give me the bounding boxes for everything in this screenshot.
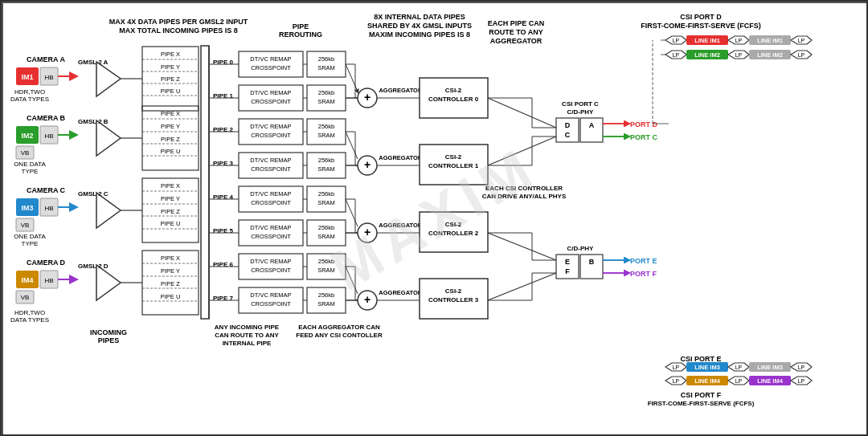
svg-text:PORT E: PORT E <box>630 257 657 265</box>
svg-text:PIPE 1: PIPE 1 <box>213 92 233 100</box>
svg-text:PIPE X: PIPE X <box>161 182 180 189</box>
svg-text:SRAM: SRAM <box>317 267 335 274</box>
svg-text:PIPE Y: PIPE Y <box>161 63 180 71</box>
svg-text:PIPE U: PIPE U <box>161 293 181 300</box>
svg-text:SRAM: SRAM <box>317 132 335 139</box>
svg-text:DT/VC REMAP: DT/VC REMAP <box>250 224 291 231</box>
svg-text:DT/VC REMAP: DT/VC REMAP <box>250 89 291 96</box>
svg-text:SRAM: SRAM <box>317 98 335 105</box>
svg-text:REROUTING: REROUTING <box>279 31 322 39</box>
svg-text:SRAM: SRAM <box>317 300 335 308</box>
svg-text:EACH PIPE CAN: EACH PIPE CAN <box>488 19 545 27</box>
diagram: MAX 4X DATA PIPES PER GMSL2 INPUT MAX TO… <box>2 2 868 436</box>
svg-text:CAMERA A: CAMERA A <box>27 55 65 63</box>
svg-text:LP: LP <box>735 52 743 58</box>
svg-text:EACH CSI CONTROLLER: EACH CSI CONTROLLER <box>485 185 563 192</box>
svg-text:LINE IM3: LINE IM3 <box>694 364 720 371</box>
svg-text:C: C <box>565 131 571 139</box>
svg-text:CSI PORT C: CSI PORT C <box>562 100 599 108</box>
svg-text:LP: LP <box>673 378 680 384</box>
svg-text:LP: LP <box>798 378 805 384</box>
svg-text:PIPE 7: PIPE 7 <box>213 295 233 302</box>
svg-text:FEED ANY CSI CONTOLLER: FEED ANY CSI CONTOLLER <box>296 332 383 339</box>
svg-text:ONE DATA: ONE DATA <box>14 233 46 240</box>
svg-text:PORT F: PORT F <box>630 270 657 278</box>
svg-text:ANY INCOMING PIPE: ANY INCOMING PIPE <box>215 324 280 331</box>
svg-text:HB: HB <box>44 74 53 81</box>
svg-text:LINE IM2: LINE IM2 <box>694 51 720 59</box>
svg-text:SHARED BY 4X GMSL INPUTS: SHARED BY 4X GMSL INPUTS <box>367 22 472 30</box>
svg-text:ONE DATA: ONE DATA <box>14 161 46 168</box>
svg-text:DT/VC REMAP: DT/VC REMAP <box>250 258 291 265</box>
svg-text:LP: LP <box>735 378 743 384</box>
svg-text:256kb: 256kb <box>318 190 334 198</box>
svg-text:CONTROLLER 1: CONTROLLER 1 <box>428 162 479 169</box>
svg-text:SRAM: SRAM <box>317 165 335 173</box>
svg-text:FIRST-COME-FIRST-SERVE (FCFS): FIRST-COME-FIRST-SERVE (FCFS) <box>648 400 755 407</box>
svg-text:PIPE Z: PIPE Z <box>161 208 180 215</box>
svg-text:PIPE X: PIPE X <box>161 110 180 117</box>
svg-text:E: E <box>565 258 570 266</box>
svg-text:GMSL 2 C: GMSL 2 C <box>78 190 108 198</box>
svg-text:PIPE Y: PIPE Y <box>161 267 180 275</box>
svg-text:CAMERA D: CAMERA D <box>27 259 66 267</box>
svg-text:GMSL 2 B: GMSL 2 B <box>78 118 108 125</box>
svg-text:D: D <box>565 121 571 129</box>
svg-text:VB: VB <box>21 294 30 301</box>
svg-text:LP: LP <box>673 52 680 58</box>
svg-text:CROSSPOINT: CROSSPOINT <box>251 300 291 308</box>
svg-text:PIPE 5: PIPE 5 <box>213 227 233 234</box>
svg-text:C/D-PHY: C/D-PHY <box>567 245 595 252</box>
svg-text:LINE IM2: LINE IM2 <box>757 51 783 59</box>
svg-text:LINE IM4: LINE IM4 <box>757 377 783 385</box>
svg-text:PIPE Y: PIPE Y <box>161 123 180 130</box>
svg-text:HB: HB <box>44 277 53 284</box>
svg-text:EACH AGGREGATOR CAN: EACH AGGREGATOR CAN <box>298 324 380 331</box>
svg-text:PIPE Z: PIPE Z <box>161 75 180 83</box>
svg-text:CROSSPOINT: CROSSPOINT <box>251 199 291 206</box>
svg-text:CROSSPOINT: CROSSPOINT <box>251 98 291 105</box>
svg-text:CROSSPOINT: CROSSPOINT <box>251 64 291 71</box>
svg-text:HDR,TWO: HDR,TWO <box>14 88 45 96</box>
svg-text:PIPE 0: PIPE 0 <box>213 59 233 66</box>
svg-text:PIPE 6: PIPE 6 <box>213 261 233 268</box>
svg-text:PIPE 4: PIPE 4 <box>213 194 233 201</box>
svg-text:FIRST-COME-FIRST-SERVE (FCFS): FIRST-COME-FIRST-SERVE (FCFS) <box>641 22 760 30</box>
svg-text:+: + <box>364 293 371 306</box>
svg-text:PIPES: PIPES <box>98 336 120 344</box>
svg-text:GMSL 2 A: GMSL 2 A <box>78 59 108 66</box>
svg-text:CSI-2: CSI-2 <box>445 221 462 228</box>
svg-text:PIPE Z: PIPE Z <box>161 136 180 143</box>
svg-text:INTERNAL PIPE: INTERNAL PIPE <box>223 340 272 347</box>
svg-text:8X INTERNAL DATA PIPES: 8X INTERNAL DATA PIPES <box>374 13 465 21</box>
svg-text:INCOMING: INCOMING <box>90 328 127 336</box>
svg-text:LP: LP <box>798 38 805 43</box>
svg-text:256kb: 256kb <box>318 224 334 231</box>
svg-text:DT/VC REMAP: DT/VC REMAP <box>250 157 291 164</box>
svg-text:+: + <box>364 91 371 104</box>
svg-text:DATA TYPES: DATA TYPES <box>10 96 49 103</box>
svg-text:IM4: IM4 <box>21 276 33 284</box>
svg-text:LP: LP <box>673 365 680 370</box>
svg-text:LINE IM3: LINE IM3 <box>757 364 783 371</box>
svg-text:+: + <box>364 226 371 238</box>
svg-text:PIPE U: PIPE U <box>161 88 181 95</box>
svg-text:256kb: 256kb <box>318 55 334 63</box>
svg-text:256kb: 256kb <box>318 157 334 164</box>
svg-text:MAXIM INCOMING PIPES IS 8: MAXIM INCOMING PIPES IS 8 <box>369 31 470 39</box>
svg-text:CAMERA B: CAMERA B <box>27 114 66 122</box>
svg-text:PIPE 2: PIPE 2 <box>213 126 233 133</box>
svg-text:PIPE X: PIPE X <box>161 51 180 58</box>
svg-text:256kb: 256kb <box>318 123 334 130</box>
svg-text:SRAM: SRAM <box>317 233 335 240</box>
svg-text:DT/VC REMAP: DT/VC REMAP <box>250 190 291 198</box>
main-container: MAXIM MAX 4X DATA PIPES PER GMSL2 INPUT … <box>0 0 868 436</box>
svg-text:CROSSPOINT: CROSSPOINT <box>251 233 291 240</box>
svg-text:VB: VB <box>21 149 30 157</box>
svg-text:CONTROLLER 3: CONTROLLER 3 <box>428 296 479 304</box>
svg-text:PIPE U: PIPE U <box>161 220 181 227</box>
svg-text:CAN ROUTE TO ANY: CAN ROUTE TO ANY <box>215 332 279 339</box>
svg-text:IM2: IM2 <box>21 132 33 140</box>
svg-text:PIPE Y: PIPE Y <box>161 195 180 202</box>
svg-text:F: F <box>565 267 570 275</box>
